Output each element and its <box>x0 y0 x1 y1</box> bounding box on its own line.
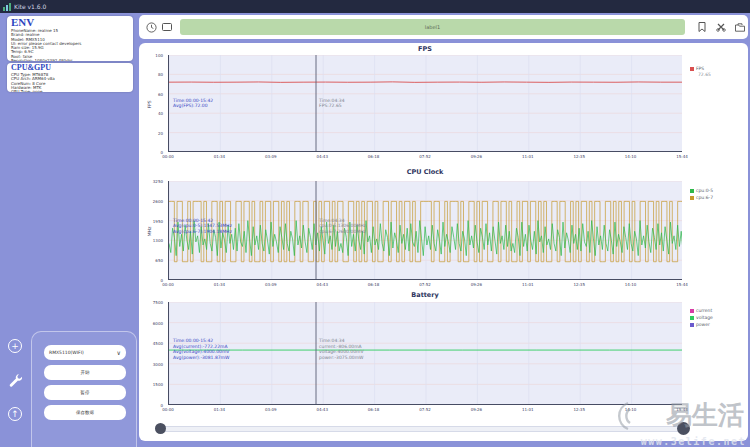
fps-legend: FPS72.65 <box>690 66 746 77</box>
y-tick-label: 2600 <box>153 198 163 203</box>
x-tick-label: 09:26 <box>471 154 483 159</box>
cpugpu-title: CPU&GPU <box>7 63 133 72</box>
refresh-button[interactable] <box>144 20 158 34</box>
cpu-chart-title: CPU Clock <box>168 168 682 176</box>
bookmark-button[interactable] <box>695 20 709 34</box>
fps-y-ticks: 100806040200 <box>139 55 166 152</box>
plus-circle-icon: + <box>8 339 22 353</box>
legend-item[interactable]: voltage <box>690 315 746 320</box>
app-icon <box>3 3 11 11</box>
cloud-upload-icon: ↑ <box>8 407 22 421</box>
y-tick-label: 40 <box>158 111 163 116</box>
x-tick-label: 15:44 <box>676 154 688 159</box>
legend-item[interactable]: cpu:0-5 <box>690 188 746 193</box>
x-tick-label: 14:10 <box>625 282 637 287</box>
x-tick-label: 06:18 <box>368 282 380 287</box>
x-tick-label: 03:09 <box>265 407 277 412</box>
cpugpu-card: CPU&GPU CPU Type: MT6878CPU Arch: ARM64-… <box>7 63 133 92</box>
save-data-button[interactable]: 保存数据 <box>44 405 126 420</box>
time-range-scrollbar[interactable] <box>156 426 688 432</box>
x-tick-label: 01:34 <box>214 407 226 412</box>
device-select[interactable]: RMX5110(WIFI) ∨ <box>44 345 126 360</box>
x-tick-label: 00:00 <box>162 154 174 159</box>
y-tick-label: 650 <box>155 258 163 263</box>
legend-item[interactable]: FPS <box>690 66 746 71</box>
x-tick-label: 04:43 <box>316 407 328 412</box>
folder-icon <box>735 23 745 32</box>
plot-area[interactable]: Time:00:00-15:42 Avg(current):-772.22mA … <box>168 302 682 405</box>
bookmark-icon <box>698 22 706 32</box>
legend-item[interactable]: current <box>690 308 746 313</box>
x-tick-label: 06:18 <box>368 154 380 159</box>
device-select-value: RMX5110(WIFI) <box>49 350 84 355</box>
x-tick-label: 12:35 <box>573 154 585 159</box>
x-tick-label: 07:52 <box>419 282 431 287</box>
chart-canvas <box>169 302 682 405</box>
legend-value: 72.65 <box>698 72 746 77</box>
x-tick-label: 12:35 <box>573 282 585 287</box>
scissors-button[interactable] <box>714 20 728 34</box>
scrollbar-left-handle[interactable] <box>155 423 166 434</box>
legend-label: power <box>696 322 710 327</box>
x-tick-label: 09:26 <box>471 407 483 412</box>
folder-button[interactable] <box>733 20 747 34</box>
cpugpu-info-lines: CPU Type: MT6878CPU Arch: ARM64-v8aCoreN… <box>7 72 133 92</box>
x-tick-label: 04:43 <box>316 154 328 159</box>
chevron-down-icon: ∨ <box>117 349 121 356</box>
cpu-legend: cpu:0-5cpu:6-7 <box>690 188 746 202</box>
x-tick-label: 11:01 <box>522 282 534 287</box>
window-titlebar: Kite v1.6.0 <box>0 0 750 13</box>
wrench-icon <box>8 373 22 387</box>
add-button[interactable]: + <box>6 337 24 355</box>
legend-swatch-icon <box>690 316 694 320</box>
window-title: Kite v1.6.0 <box>14 3 46 10</box>
legend-item[interactable]: power <box>690 322 746 327</box>
y-tick-label: 6000 <box>153 320 163 325</box>
battery-legend: currentvoltagepower <box>690 308 746 329</box>
cpu-y-ticks: 32502600195013006500 <box>139 181 166 280</box>
pause-button[interactable]: 暂停 <box>44 385 126 400</box>
env-info-lines: PhoneName: realme 15Brand: realmeModel: … <box>7 28 133 61</box>
x-tick-label: 07:52 <box>419 154 431 159</box>
y-tick-label: 60 <box>158 91 163 96</box>
legend-swatch-icon <box>690 67 694 71</box>
info-line: GPU Type: none <box>11 90 133 92</box>
scissors-icon <box>716 22 726 32</box>
x-tick-label: 04:43 <box>316 282 328 287</box>
legend-label: FPS <box>696 66 704 71</box>
y-tick-label: 1500 <box>153 382 163 387</box>
settings-button[interactable] <box>6 371 24 389</box>
start-button[interactable]: 开始 <box>44 365 126 380</box>
info-line: Resolution: 1080x2392 480dpi <box>11 59 133 61</box>
plot-area[interactable]: Time:00:00-15:42 Avg(cpu:0-5):1547.53MHz… <box>168 181 682 280</box>
x-tick-label: 07:52 <box>419 407 431 412</box>
legend-label: cpu:0-5 <box>696 188 713 193</box>
x-tick-label: 00:00 <box>162 407 174 412</box>
legend-item[interactable]: cpu:6-7 <box>690 195 746 200</box>
label-bar[interactable]: label1 <box>180 19 685 35</box>
x-tick-label: 11:01 <box>522 154 534 159</box>
x-tick-label: 01:34 <box>214 154 226 159</box>
legend-label: cpu:6-7 <box>696 195 713 200</box>
env-card: ENV PhoneName: realme 15Brand: realmeMod… <box>7 16 133 61</box>
legend-swatch-icon <box>690 196 694 200</box>
app-window: Kite v1.6.0 ENV PhoneName: realme 15Bran… <box>0 0 750 447</box>
screenshot-button[interactable] <box>160 20 174 34</box>
y-tick-label: 3000 <box>153 361 163 366</box>
cpu-clock-chart: CPU Clock MHz 32502600195013006500 Time:… <box>139 167 748 288</box>
x-tick-label: 03:09 <box>265 282 277 287</box>
env-title: ENV <box>7 16 133 28</box>
y-tick-label: 7500 <box>153 300 163 305</box>
y-tick-label: 80 <box>158 72 163 77</box>
label-bar-text: label1 <box>425 24 440 30</box>
battery-chart: Battery 750060004500300015000 Time:00:00… <box>139 290 748 418</box>
y-tick-label: 3250 <box>153 179 163 184</box>
battery-y-ticks: 750060004500300015000 <box>139 302 166 405</box>
upload-button[interactable]: ↑ <box>6 405 24 423</box>
scrollbar-right-handle[interactable] <box>677 422 690 435</box>
plot-area[interactable]: Time:00:00-15:42 Avg(FPS):72.00Time:04:3… <box>168 55 682 152</box>
legend-swatch-icon <box>690 189 694 193</box>
y-tick-label: 100 <box>155 53 163 58</box>
x-tick-label: 12:35 <box>573 407 585 412</box>
legend-swatch-icon <box>690 309 694 313</box>
